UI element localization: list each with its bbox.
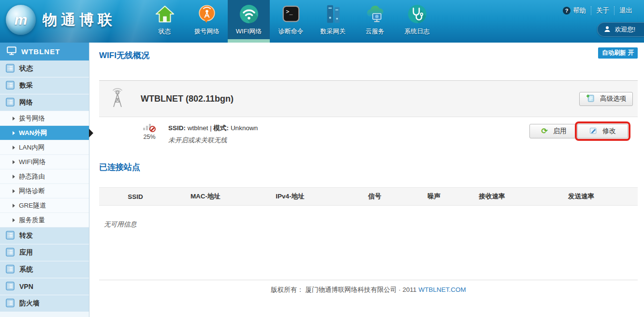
nav-item-status[interactable]: 状态 <box>144 0 186 43</box>
radio-name: WTBLNET (802.11bgn) <box>141 94 234 104</box>
modify-button[interactable]: 修改 <box>577 124 628 138</box>
brand-logo: m 物通博联 <box>6 5 116 35</box>
radio-overview-band: WTBLNET (802.11bgn) 高级选项 <box>99 80 638 117</box>
connected-stations-title: 已连接站点 <box>99 162 638 173</box>
list-icon <box>6 265 15 275</box>
sidebar-item-dial-network[interactable]: 拨号网络 <box>0 111 89 126</box>
nav-item-wifi[interactable]: WIFI网络 <box>228 0 270 43</box>
list-icon <box>6 299 15 309</box>
list-icon <box>6 81 15 91</box>
sidebar-item-static-route[interactable]: 静态路由 <box>0 169 89 184</box>
radio-detail-row: 25% SSID: wtblnet | 模式: Unknown 未开启或未关联无… <box>99 117 638 151</box>
sidebar-item-application[interactable]: 应用 <box>0 244 89 261</box>
submenu-arrow-icon <box>13 204 15 208</box>
advanced-options-icon <box>586 94 595 104</box>
sidebar-item-forwarding[interactable]: 转发 <box>0 227 89 244</box>
col-ssid: SSID <box>99 188 172 206</box>
copyright-text: 版权所有： 厦门物通博联网络科技有限公司 · 2011 <box>271 286 416 293</box>
submenu-arrow-icon <box>13 131 15 135</box>
wifi-icon <box>238 3 260 25</box>
sidebar-item-lan[interactable]: LAN内网 <box>0 140 89 155</box>
submenu-arrow-icon <box>13 146 15 150</box>
list-icon <box>6 231 15 241</box>
nav-item-data-gateway[interactable]: 数采网关 <box>312 0 354 43</box>
footer: 版权所有： 厦门物通博联网络科技有限公司 · 2011 WTBLNET.COM <box>99 280 638 294</box>
sidebar-item-data-acquisition[interactable]: 数采 <box>0 77 89 94</box>
advanced-options-button[interactable]: 高级选项 <box>579 92 633 106</box>
submenu-arrow-icon <box>13 160 15 164</box>
col-tx-rate: 发送速率 <box>525 188 638 206</box>
nav-item-diagnostic-command[interactable]: >_ 诊断命令 <box>270 0 312 43</box>
svg-text:>_: >_ <box>286 8 293 15</box>
list-icon <box>6 248 15 258</box>
welcome-badge[interactable]: 欢迎您! <box>597 22 644 37</box>
nav-item-system-log[interactable]: 系统日志 <box>396 0 438 43</box>
radio-status-text: 未开启或未关联无线 <box>168 136 258 145</box>
radio-text: SSID: wtblnet | 模式: Unknown 未开启或未关联无线 <box>168 123 258 151</box>
sidebar-item-firewall[interactable]: 防火墙 <box>0 295 89 312</box>
col-mac: MAC-地址 <box>172 188 239 206</box>
no-data-text: 无可用信息 <box>104 220 638 229</box>
sidebar-item-gre-tunnel[interactable]: GRE隧道 <box>0 198 89 213</box>
edit-pencil-icon <box>589 127 597 136</box>
sidebar-item-qos[interactable]: 服务质量 <box>0 213 89 227</box>
signal-block: 25% <box>135 123 163 151</box>
sidebar-filler <box>0 312 89 317</box>
terminal-icon: >_ <box>280 3 302 25</box>
submenu-arrow-icon <box>13 218 15 222</box>
sidebar-item-wifi[interactable]: WIFI网络 <box>0 155 89 169</box>
top-links: ? 帮助 关于 退出 <box>558 6 637 15</box>
sidebar-item-wan[interactable]: WAN外网 <box>0 126 89 140</box>
refresh-icon: ⟳ <box>542 127 548 135</box>
main-content: WIFI无线概况 自动刷新 开 WTBLNET (802.11bgn) 高级选项 <box>89 43 644 317</box>
sidebar-item-network[interactable]: 网络 <box>0 94 89 111</box>
sidebar-item-system[interactable]: 系统 <box>0 261 89 278</box>
logo-sphere-icon: m <box>6 5 36 35</box>
enable-button[interactable]: ⟳ 启用 <box>529 124 579 138</box>
home-icon <box>154 3 176 25</box>
brand-name: 物通博联 <box>43 10 116 30</box>
about-link[interactable]: 关于 <box>591 6 614 15</box>
dial-network-icon <box>196 3 218 25</box>
top-header: m 物通博联 状态 拨号网络 WIFI网络 >_ 诊断命令 <box>0 0 644 43</box>
server-gateway-icon <box>322 3 344 25</box>
sidebar-device-header: WTBLNET <box>0 43 89 60</box>
col-rx-rate: 接收速率 <box>459 188 525 206</box>
sidebar-item-vpn[interactable]: VPN <box>0 278 89 295</box>
stethoscope-icon <box>406 3 428 25</box>
signal-percent: 25% <box>143 134 155 140</box>
list-icon <box>6 282 15 292</box>
user-icon <box>604 26 611 34</box>
antenna-icon <box>108 87 127 111</box>
logout-link[interactable]: 退出 <box>614 6 637 15</box>
col-noise: 噪声 <box>409 188 459 206</box>
nav-item-dial-network[interactable]: 拨号网络 <box>186 0 228 43</box>
cloud-service-icon <box>364 3 386 25</box>
help-link[interactable]: ? 帮助 <box>558 6 591 15</box>
auto-refresh-toggle[interactable]: 自动刷新 开 <box>598 47 638 59</box>
submenu-arrow-icon <box>13 117 15 121</box>
connected-stations-table: SSID MAC-地址 IPv4-地址 信号 噪声 接收速率 发送速率 <box>99 187 638 206</box>
nav-item-cloud-service[interactable]: 云服务 <box>354 0 396 43</box>
sidebar: WTBLNET 状态 数采 网络 拨号网络 WAN外网 LAN内网 WIFI网络… <box>0 43 89 317</box>
submenu-arrow-icon <box>13 175 15 179</box>
list-icon <box>6 64 15 74</box>
col-ipv4: IPv4-地址 <box>239 188 341 206</box>
sidebar-item-status[interactable]: 状态 <box>0 60 89 77</box>
submenu-arrow-icon <box>13 189 15 193</box>
table-header-row: SSID MAC-地址 IPv4-地址 信号 噪声 接收速率 发送速率 <box>99 188 638 206</box>
page-title: WIFI无线概况 <box>99 50 638 61</box>
footer-site-link[interactable]: WTBLNET.COM <box>418 286 466 293</box>
sidebar-item-network-diagnosis[interactable]: 网络诊断 <box>0 184 89 198</box>
col-signal: 信号 <box>341 188 409 206</box>
monitor-icon <box>7 46 16 57</box>
help-icon: ? <box>563 7 571 15</box>
signal-disabled-icon <box>143 123 156 132</box>
list-icon <box>6 98 15 108</box>
main-nav: 状态 拨号网络 WIFI网络 >_ 诊断命令 数采网关 <box>144 0 438 43</box>
